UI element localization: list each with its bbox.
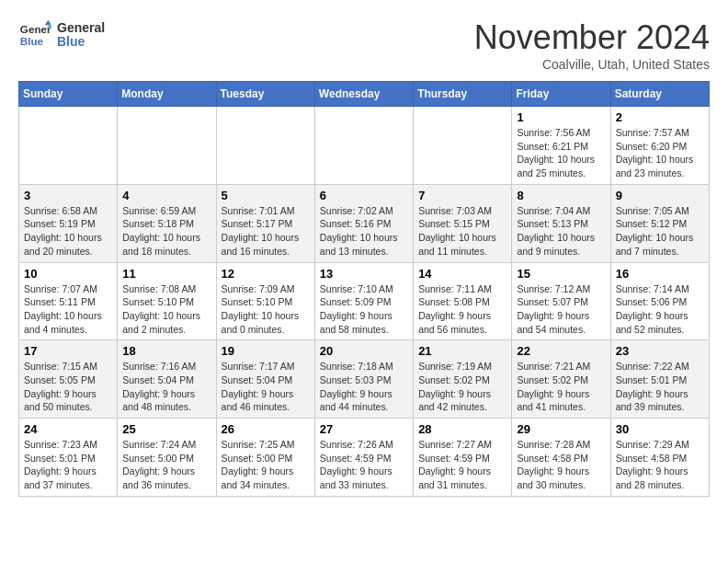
- day-number: 1: [517, 110, 605, 124]
- day-info: Sunrise: 7:14 AM Sunset: 5:06 PM Dayligh…: [616, 282, 704, 337]
- calendar-cell: 25Sunrise: 7:24 AM Sunset: 5:00 PM Dayli…: [118, 419, 216, 497]
- weekday-header-wednesday: Wednesday: [314, 82, 413, 107]
- calendar-cell: 22Sunrise: 7:21 AM Sunset: 5:02 PM Dayli…: [512, 340, 610, 419]
- day-info: Sunrise: 7:27 AM Sunset: 4:59 PM Dayligh…: [418, 438, 506, 492]
- logo-icon: General Blue: [18, 18, 51, 52]
- calendar-cell: [118, 107, 216, 185]
- day-number: 19: [222, 344, 310, 358]
- calendar-cell: 17Sunrise: 7:15 AM Sunset: 5:05 PM Dayli…: [19, 340, 118, 419]
- calendar-cell: [19, 107, 118, 185]
- day-number: 20: [320, 344, 408, 358]
- calendar-header: SundayMondayTuesdayWednesdayThursdayFrid…: [19, 82, 710, 107]
- calendar-week-row: 17Sunrise: 7:15 AM Sunset: 5:05 PM Dayli…: [19, 340, 710, 419]
- calendar-cell: 3Sunrise: 6:58 AM Sunset: 5:19 PM Daylig…: [19, 184, 118, 262]
- day-number: 8: [517, 189, 605, 202]
- day-number: 4: [122, 189, 210, 202]
- weekday-header-sunday: Sunday: [19, 82, 118, 107]
- day-number: 12: [222, 267, 310, 281]
- day-number: 2: [616, 110, 704, 124]
- calendar-cell: 12Sunrise: 7:09 AM Sunset: 5:10 PM Dayli…: [216, 262, 314, 340]
- weekday-header-monday: Monday: [118, 82, 216, 107]
- day-info: Sunrise: 7:10 AM Sunset: 5:09 PM Dayligh…: [320, 282, 408, 337]
- svg-text:Blue: Blue: [20, 35, 44, 47]
- weekday-header-tuesday: Tuesday: [216, 82, 314, 107]
- day-number: 22: [517, 344, 605, 358]
- day-number: 13: [320, 267, 408, 281]
- day-info: Sunrise: 7:07 AM Sunset: 5:11 PM Dayligh…: [24, 282, 112, 337]
- day-number: 15: [517, 267, 605, 281]
- day-info: Sunrise: 7:26 AM Sunset: 4:59 PM Dayligh…: [320, 438, 408, 492]
- day-number: 6: [320, 189, 408, 202]
- day-info: Sunrise: 7:56 AM Sunset: 6:21 PM Dayligh…: [517, 126, 605, 180]
- day-info: Sunrise: 7:57 AM Sunset: 6:20 PM Dayligh…: [616, 126, 704, 180]
- calendar-week-row: 1Sunrise: 7:56 AM Sunset: 6:21 PM Daylig…: [19, 107, 710, 185]
- calendar-table: SundayMondayTuesdayWednesdayThursdayFrid…: [18, 81, 710, 497]
- day-number: 14: [418, 267, 506, 281]
- day-number: 26: [222, 422, 310, 436]
- calendar-cell: [314, 107, 413, 185]
- calendar-cell: 8Sunrise: 7:04 AM Sunset: 5:13 PM Daylig…: [512, 184, 610, 262]
- day-info: Sunrise: 7:08 AM Sunset: 5:10 PM Dayligh…: [122, 282, 210, 337]
- day-info: Sunrise: 7:01 AM Sunset: 5:17 PM Dayligh…: [222, 204, 310, 259]
- day-number: 27: [320, 422, 408, 436]
- day-info: Sunrise: 6:59 AM Sunset: 5:18 PM Dayligh…: [122, 204, 210, 259]
- day-info: Sunrise: 7:29 AM Sunset: 4:58 PM Dayligh…: [616, 438, 704, 492]
- day-info: Sunrise: 7:11 AM Sunset: 5:08 PM Dayligh…: [418, 282, 506, 337]
- calendar-cell: 29Sunrise: 7:28 AM Sunset: 4:58 PM Dayli…: [512, 419, 610, 497]
- calendar-cell: 26Sunrise: 7:25 AM Sunset: 5:00 PM Dayli…: [216, 419, 314, 497]
- calendar-cell: 21Sunrise: 7:19 AM Sunset: 5:02 PM Dayli…: [414, 340, 512, 419]
- day-info: Sunrise: 7:16 AM Sunset: 5:04 PM Dayligh…: [122, 360, 210, 414]
- day-info: Sunrise: 7:15 AM Sunset: 5:05 PM Dayligh…: [24, 360, 112, 414]
- calendar-cell: 14Sunrise: 7:11 AM Sunset: 5:08 PM Dayli…: [414, 262, 512, 340]
- calendar-cell: 20Sunrise: 7:18 AM Sunset: 5:03 PM Dayli…: [314, 340, 413, 419]
- day-number: 3: [24, 189, 112, 202]
- day-number: 24: [24, 422, 112, 436]
- day-number: 7: [418, 189, 506, 202]
- month-title: November 2024: [474, 18, 710, 57]
- day-info: Sunrise: 7:19 AM Sunset: 5:02 PM Dayligh…: [418, 360, 506, 414]
- day-info: Sunrise: 7:18 AM Sunset: 5:03 PM Dayligh…: [320, 360, 408, 414]
- calendar-cell: [414, 107, 512, 185]
- calendar-body: 1Sunrise: 7:56 AM Sunset: 6:21 PM Daylig…: [19, 107, 710, 497]
- weekday-header-thursday: Thursday: [414, 82, 512, 107]
- calendar-cell: 24Sunrise: 7:23 AM Sunset: 5:01 PM Dayli…: [19, 419, 118, 497]
- calendar-cell: 5Sunrise: 7:01 AM Sunset: 5:17 PM Daylig…: [216, 184, 314, 262]
- day-info: Sunrise: 7:17 AM Sunset: 5:04 PM Dayligh…: [222, 360, 310, 414]
- weekday-header-friday: Friday: [512, 82, 610, 107]
- day-number: 18: [122, 344, 210, 358]
- calendar-cell: 6Sunrise: 7:02 AM Sunset: 5:16 PM Daylig…: [314, 184, 413, 262]
- calendar-cell: 23Sunrise: 7:22 AM Sunset: 5:01 PM Dayli…: [610, 340, 709, 419]
- day-info: Sunrise: 7:24 AM Sunset: 5:00 PM Dayligh…: [122, 438, 210, 492]
- day-number: 21: [418, 344, 506, 358]
- logo-text-general: General: [57, 21, 105, 35]
- calendar-cell: 9Sunrise: 7:05 AM Sunset: 5:12 PM Daylig…: [610, 184, 709, 262]
- calendar-cell: 30Sunrise: 7:29 AM Sunset: 4:58 PM Dayli…: [610, 419, 709, 497]
- calendar-cell: 1Sunrise: 7:56 AM Sunset: 6:21 PM Daylig…: [512, 107, 610, 185]
- logo: General Blue General Blue: [18, 18, 105, 52]
- day-info: Sunrise: 7:03 AM Sunset: 5:15 PM Dayligh…: [418, 204, 506, 259]
- day-info: Sunrise: 7:05 AM Sunset: 5:12 PM Dayligh…: [616, 204, 704, 259]
- calendar-cell: 2Sunrise: 7:57 AM Sunset: 6:20 PM Daylig…: [610, 107, 709, 185]
- day-number: 28: [418, 422, 506, 436]
- calendar-cell: 16Sunrise: 7:14 AM Sunset: 5:06 PM Dayli…: [610, 262, 709, 340]
- weekday-header-saturday: Saturday: [610, 82, 709, 107]
- day-info: Sunrise: 7:23 AM Sunset: 5:01 PM Dayligh…: [24, 438, 112, 492]
- day-number: 9: [616, 189, 704, 202]
- day-number: 23: [616, 344, 704, 358]
- calendar-cell: 15Sunrise: 7:12 AM Sunset: 5:07 PM Dayli…: [512, 262, 610, 340]
- day-info: Sunrise: 7:21 AM Sunset: 5:02 PM Dayligh…: [517, 360, 605, 414]
- day-info: Sunrise: 7:02 AM Sunset: 5:16 PM Dayligh…: [320, 204, 408, 259]
- calendar-cell: 11Sunrise: 7:08 AM Sunset: 5:10 PM Dayli…: [118, 262, 216, 340]
- calendar-cell: 19Sunrise: 7:17 AM Sunset: 5:04 PM Dayli…: [216, 340, 314, 419]
- calendar-cell: 10Sunrise: 7:07 AM Sunset: 5:11 PM Dayli…: [19, 262, 118, 340]
- day-info: Sunrise: 7:22 AM Sunset: 5:01 PM Dayligh…: [616, 360, 704, 414]
- day-number: 10: [24, 267, 112, 281]
- day-number: 11: [122, 267, 210, 281]
- day-info: Sunrise: 7:28 AM Sunset: 4:58 PM Dayligh…: [517, 438, 605, 492]
- day-info: Sunrise: 7:09 AM Sunset: 5:10 PM Dayligh…: [222, 282, 310, 337]
- calendar-cell: 18Sunrise: 7:16 AM Sunset: 5:04 PM Dayli…: [118, 340, 216, 419]
- day-info: Sunrise: 6:58 AM Sunset: 5:19 PM Dayligh…: [24, 204, 112, 259]
- day-info: Sunrise: 7:04 AM Sunset: 5:13 PM Dayligh…: [517, 204, 605, 259]
- day-info: Sunrise: 7:12 AM Sunset: 5:07 PM Dayligh…: [517, 282, 605, 337]
- weekday-header-row: SundayMondayTuesdayWednesdayThursdayFrid…: [19, 82, 710, 107]
